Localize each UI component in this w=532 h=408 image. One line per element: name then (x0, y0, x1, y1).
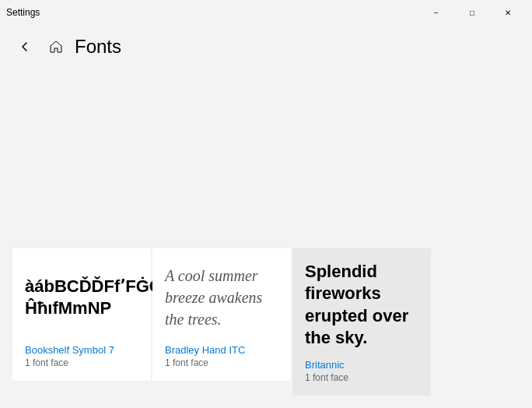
page-header: Fonts (0, 25, 532, 69)
home-icon (50, 40, 62, 53)
font-count-bookshelf: 1 font face (25, 357, 138, 368)
minimize-button[interactable]: − (418, 0, 454, 25)
bradley-preview-text: A cool summer breeze awakens the trees. (165, 265, 278, 330)
britannic-preview-text: Splendid fireworks erupted over the sky. (305, 261, 418, 350)
content-spacer (12, 81, 520, 248)
title-bar-controls: − □ ✕ (418, 0, 526, 25)
back-icon (20, 42, 30, 51)
home-button[interactable] (44, 34, 68, 59)
title-bar-title: Settings (6, 7, 40, 18)
font-preview-bookshelf: àábBCĎĎFfʼFĠĠĤħıfMmNP (25, 261, 138, 335)
font-name-bradley[interactable]: Bradley Hand ITC (165, 344, 278, 356)
maximize-button[interactable]: □ (454, 0, 490, 25)
main-content: àábBCĎĎFfʼFĠĠĤħıfMmNP Bookshelf Symbol 7… (0, 69, 532, 408)
font-card-bradley[interactable]: A cool summer breeze awakens the trees. … (152, 248, 291, 381)
font-count-bradley: 1 font face (165, 357, 278, 368)
title-bar-left: Settings (6, 7, 40, 18)
font-name-bookshelf[interactable]: Bookshelf Symbol 7 (25, 344, 138, 356)
back-button[interactable] (12, 34, 37, 59)
font-preview-bradley: A cool summer breeze awakens the trees. (165, 261, 278, 335)
font-preview-britannic: Splendid fireworks erupted over the sky. (305, 261, 418, 350)
font-grid: àábBCĎĎFfʼFĠĠĤħıfMmNP Bookshelf Symbol 7… (12, 248, 520, 396)
font-card-bookshelf[interactable]: àábBCĎĎFfʼFĠĠĤħıfMmNP Bookshelf Symbol 7… (12, 248, 151, 381)
close-button[interactable]: ✕ (490, 0, 526, 25)
page-title: Fonts (75, 36, 121, 58)
font-card-britannic[interactable]: Splendid fireworks erupted over the sky.… (292, 248, 431, 396)
title-bar: Settings − □ ✕ (0, 0, 532, 25)
bookshelf-preview-text: àábBCĎĎFfʼFĠĠĤħıfMmNP (25, 276, 163, 320)
font-count-britannic: 1 font face (305, 372, 418, 383)
font-name-britannic[interactable]: Britannic (305, 359, 418, 371)
